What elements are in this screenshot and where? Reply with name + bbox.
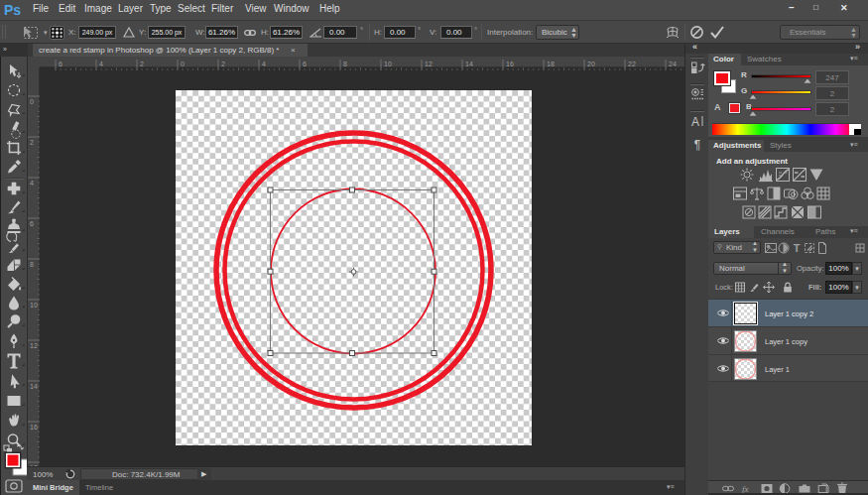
svg-text:16: 16 <box>30 424 38 431</box>
svg-text:20: 20 <box>587 61 595 67</box>
svg-text:6: 6 <box>59 61 62 67</box>
svg-text:14: 14 <box>465 61 473 67</box>
svg-text:6: 6 <box>303 61 307 67</box>
svg-text:4: 4 <box>262 61 266 67</box>
svg-text:0: 0 <box>181 61 185 67</box>
svg-text:8: 8 <box>343 61 347 67</box>
svg-text:¶: ¶ <box>694 138 700 152</box>
svg-text:14: 14 <box>30 383 38 390</box>
svg-text:2: 2 <box>140 61 144 67</box>
svg-text:A: A <box>691 115 699 129</box>
svg-text:0: 0 <box>30 98 34 105</box>
svg-text:18: 18 <box>547 61 555 67</box>
svg-text:8: 8 <box>30 261 34 268</box>
svg-text:6: 6 <box>30 220 34 227</box>
svg-text:4: 4 <box>99 61 103 67</box>
svg-text:12: 12 <box>425 61 433 67</box>
svg-text:2: 2 <box>221 61 225 67</box>
svg-text:16: 16 <box>506 61 514 67</box>
svg-text:4: 4 <box>30 180 34 186</box>
svg-text:24: 24 <box>669 61 677 67</box>
svg-text:T: T <box>794 242 801 254</box>
svg-text:2: 2 <box>30 139 34 146</box>
svg-text:10: 10 <box>30 302 38 309</box>
svg-text:22: 22 <box>628 61 636 67</box>
svg-text:10: 10 <box>384 61 392 67</box>
svg-text:12: 12 <box>30 342 38 349</box>
